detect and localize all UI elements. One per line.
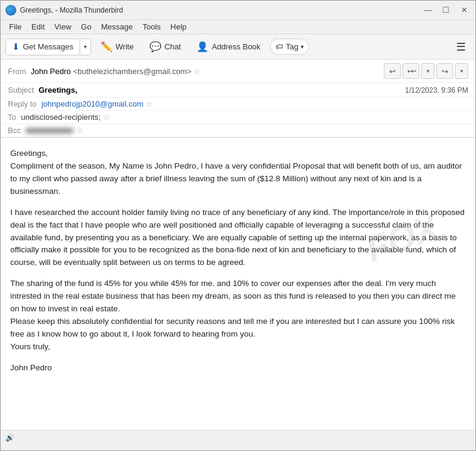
get-messages-group: ⬇ Get Messages ▾ <box>5 39 91 55</box>
get-messages-button[interactable]: ⬇ Get Messages <box>6 39 80 55</box>
menu-bar: File Edit View Go Message Tools Help <box>1 20 475 34</box>
maximize-button[interactable]: ☐ <box>439 4 453 17</box>
menu-help[interactable]: Help <box>167 21 190 33</box>
subject-label: Subject <box>8 86 34 95</box>
menu-view[interactable]: View <box>51 21 75 33</box>
body-paragraph-3: The sharing of the fund is 45% for you w… <box>10 278 466 353</box>
from-star-icon[interactable]: ☆ <box>193 67 201 76</box>
menu-tools[interactable]: Tools <box>139 21 164 33</box>
tag-icon: 🏷 <box>275 42 283 51</box>
app-logo-icon <box>5 5 16 16</box>
body-paragraph-4: John Pedro <box>10 362 466 375</box>
chat-icon: 💬 <box>149 41 161 52</box>
to-label: To <box>8 113 16 122</box>
get-messages-label: Get Messages <box>23 42 74 51</box>
write-button[interactable]: ✏️ Write <box>95 38 140 55</box>
body-paragraph-1: Greetings, Compliment of the season, My … <box>10 148 466 198</box>
reply-dropdown-button[interactable]: ▾ <box>421 63 434 79</box>
bcc-value: ■■■■■■■■■■ <box>26 126 74 135</box>
chat-button[interactable]: 💬 Chat <box>143 38 187 55</box>
window-controls: — ☐ ✕ <box>421 4 471 17</box>
close-button[interactable]: ✕ <box>457 4 471 17</box>
get-messages-icon: ⬇ <box>12 42 20 52</box>
reply-icon: ↩ <box>389 67 396 76</box>
address-book-icon: 👤 <box>196 41 208 52</box>
tag-button[interactable]: 🏷 Tag ▾ <box>270 39 309 55</box>
write-label: Write <box>116 42 134 51</box>
subject-container: Subject Greetings, <box>8 86 77 95</box>
bcc-star-icon[interactable]: ☆ <box>77 126 84 135</box>
reply-to-email[interactable]: johnpedrojp2010@gmail.com <box>42 99 143 108</box>
reply-to-star-icon[interactable]: ☆ <box>146 99 153 108</box>
email-date: 1/12/2023, 9:36 PM <box>405 86 468 95</box>
title-bar: Greetings, - Mozilla Thunderbird — ☐ ✕ <box>1 1 475 20</box>
nav-dropdown-button[interactable]: ▾ <box>455 63 468 79</box>
email-body: FOX Greetings, Compliment of the season,… <box>1 138 475 430</box>
address-book-button[interactable]: 👤 Address Book <box>190 38 266 55</box>
status-audio-icon: 🔊 <box>5 434 14 442</box>
bcc-row: Bcc ■■■■■■■■■■ ☆ <box>1 124 475 137</box>
status-bar: 🔊 <box>1 430 475 444</box>
to-star-icon[interactable]: ☆ <box>103 113 110 122</box>
menu-go[interactable]: Go <box>77 21 95 33</box>
menu-edit[interactable]: Edit <box>28 21 48 33</box>
sender-name: John Pedro <box>31 67 71 76</box>
to-row: To undisclosed-recipients; ☆ <box>1 111 475 124</box>
chat-label: Chat <box>164 42 181 51</box>
toolbar: ⬇ Get Messages ▾ ✏️ Write 💬 Chat 👤 Addre… <box>1 34 475 60</box>
to-value: undisclosed-recipients; <box>21 113 101 122</box>
forward-button[interactable]: ↪ <box>436 63 453 79</box>
menu-message[interactable]: Message <box>98 21 137 33</box>
from-label: From <box>8 67 26 76</box>
dropdown-arrow-icon: ▾ <box>84 43 87 50</box>
reply-all-button[interactable]: ↩↩ <box>402 63 419 79</box>
from-info: From John Pedro <buthelezichambers@gmail… <box>8 67 201 76</box>
reply-dropdown-icon: ▾ <box>427 68 430 74</box>
window-title: Greetings, - Mozilla Thunderbird <box>20 6 123 14</box>
reply-all-icon: ↩↩ <box>407 67 415 75</box>
email-nav-buttons: ↩ ↩↩ ▾ ↪ ▾ <box>384 63 468 79</box>
from-row: From John Pedro <buthelezichambers@gmail… <box>1 60 475 83</box>
tag-label: Tag <box>286 42 298 51</box>
reply-button[interactable]: ↩ <box>384 63 401 79</box>
get-messages-dropdown[interactable]: ▾ <box>80 39 90 55</box>
body-paragraph-2: I have researched the account holder fam… <box>10 207 466 270</box>
minimize-button[interactable]: — <box>421 4 434 17</box>
nav-dropdown-icon: ▾ <box>460 68 463 74</box>
bcc-label: Bcc <box>8 126 21 135</box>
email-header: From John Pedro <buthelezichambers@gmail… <box>1 60 475 138</box>
subject-row: Subject Greetings, 1/12/2023, 9:36 PM <box>1 83 475 98</box>
menu-file[interactable]: File <box>5 21 25 33</box>
tag-dropdown-icon: ▾ <box>301 43 304 50</box>
write-icon: ✏️ <box>101 41 113 52</box>
title-bar-left: Greetings, - Mozilla Thunderbird <box>5 5 123 16</box>
sender-email: <buthelezichambers@gmail.com> <box>73 67 192 76</box>
reply-to-label: Reply to <box>8 99 37 108</box>
hamburger-menu-button[interactable]: ☰ <box>451 37 471 57</box>
address-book-label: Address Book <box>211 42 260 51</box>
reply-to-row: Reply to johnpedrojp2010@gmail.com ☆ <box>1 98 475 111</box>
subject-text: Greetings, <box>39 86 77 95</box>
forward-icon: ↪ <box>442 67 448 76</box>
